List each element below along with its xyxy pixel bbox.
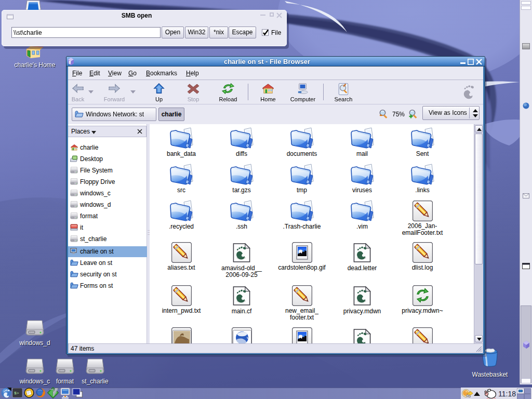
svg-text:$>: $> xyxy=(14,391,19,395)
